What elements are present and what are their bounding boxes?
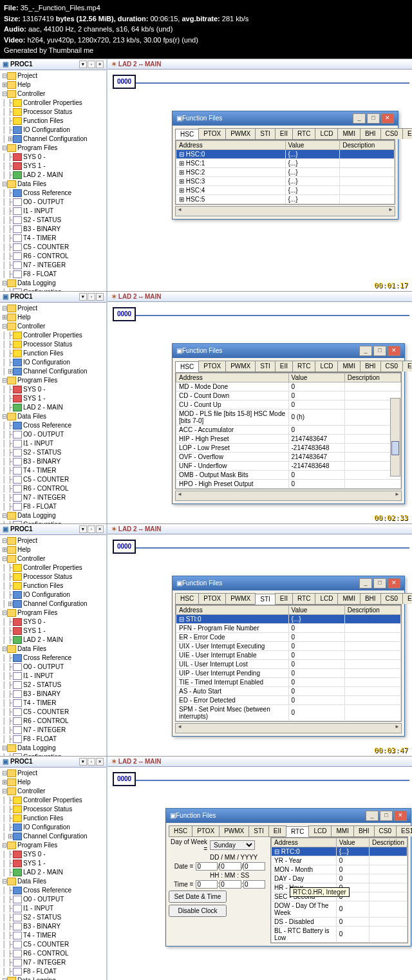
window-titlebar[interactable]: Function Files _ □ ✕ <box>173 344 404 358</box>
project-tree[interactable]: ⊟Project ⊞Help ⊟Controller │├Controller … <box>0 303 106 523</box>
maximize-button[interactable]: □ <box>367 113 380 124</box>
table-row[interactable]: MOD - PLS file [bits 15-8] HSC Mode [bit… <box>176 409 401 425</box>
column-header[interactable]: Value <box>288 373 344 382</box>
vertical-scrollbar[interactable] <box>390 398 400 476</box>
window-titlebar[interactable]: Function Files _ □ ✕ <box>173 111 398 126</box>
ladder-editor[interactable]: LAD 2 -- MAIN 0000 Function Files _ □ ✕ … <box>108 59 412 291</box>
set-datetime-button[interactable]: Set Date & Time <box>169 890 227 903</box>
tab-ptox[interactable]: PTOX <box>198 361 226 372</box>
tab-es1[interactable]: ES1 <box>402 361 412 372</box>
table-row[interactable]: ACC - Accumulator0 <box>176 425 401 434</box>
sidebar-tool-icon[interactable]: ▾ <box>79 758 87 766</box>
tab-ptox[interactable]: PTOX <box>198 128 226 139</box>
column-header[interactable]: Address <box>176 373 289 382</box>
tab-sti[interactable]: STI <box>248 825 269 836</box>
tab-bhi[interactable]: BHI <box>360 361 381 372</box>
table-row[interactable]: ⊞ HSC:4{...} <box>176 185 395 194</box>
tab-lcd[interactable]: LCD <box>308 825 332 836</box>
time-hh[interactable] <box>196 880 218 889</box>
table-row[interactable]: ⊟ RTC:0{...} <box>272 847 407 856</box>
rung-number[interactable]: 0000 <box>113 772 136 786</box>
sidebar-tool-icon[interactable]: ▾ <box>79 525 87 533</box>
table-row[interactable]: AS - Auto Start0 <box>176 686 401 695</box>
project-tree-sidebar[interactable]: PROC1 ▾▫× ⊟Project ⊞Help ⊟Controller │├C… <box>0 757 108 981</box>
tab-es1[interactable]: ES1 <box>402 128 412 139</box>
date-mm[interactable] <box>220 862 241 871</box>
horizontal-scrollbar[interactable] <box>175 723 402 733</box>
horizontal-scrollbar[interactable] <box>175 206 395 216</box>
column-header[interactable]: Address <box>176 605 289 614</box>
tab-eii[interactable]: EII <box>275 128 293 139</box>
dow-select[interactable]: Sunday <box>210 840 255 850</box>
project-tree[interactable]: ⊟Project ⊞Help ⊟Controller │├Controller … <box>0 535 106 756</box>
minimize-button[interactable]: _ <box>353 113 366 124</box>
tab-ptox[interactable]: PTOX <box>198 593 226 604</box>
tab-es1[interactable]: ES1 <box>396 825 412 836</box>
function-files-window[interactable]: Function Files _ □ ✕ HSCPTOXPWMXSTIEIIRT… <box>165 808 411 947</box>
time-mm[interactable] <box>220 880 241 889</box>
table-row[interactable]: ⊞ HSC:1{...} <box>176 158 395 167</box>
data-grid[interactable]: AddressValueDescription⊟ STI:0{...} PFN … <box>175 605 402 722</box>
table-row[interactable]: UIP - User Interrupt Pending0 <box>176 668 401 677</box>
table-row[interactable]: HIP - High Preset2147483647 <box>176 434 401 443</box>
sidebar-close-icon[interactable]: × <box>96 61 104 68</box>
sidebar-close-icon[interactable]: × <box>96 525 104 533</box>
table-row[interactable]: YR - Year0 <box>272 856 407 865</box>
column-header[interactable]: Description <box>369 838 407 847</box>
sidebar-tool-icon[interactable]: ▫ <box>88 758 95 766</box>
tab-cs0[interactable]: CS0 <box>380 361 403 372</box>
tab-rtc[interactable]: RTC <box>286 826 309 837</box>
tab-eii[interactable]: EII <box>275 593 293 604</box>
tab-rtc[interactable]: RTC <box>292 128 315 139</box>
minimize-button[interactable]: _ <box>359 346 372 356</box>
time-ss[interactable] <box>243 880 265 889</box>
table-row[interactable]: CU - Count Up0 <box>176 400 401 409</box>
column-header[interactable]: Description <box>344 373 400 382</box>
data-grid[interactable]: AddressValueDescription⊟ HSC:0{...}⊞ HSC… <box>175 140 395 205</box>
table-row[interactable]: ⊟ STI:0{...} <box>176 614 401 623</box>
sidebar-tool-icon[interactable]: ▫ <box>88 293 95 301</box>
tab-pwmx[interactable]: PWMX <box>225 361 256 372</box>
tab-eii[interactable]: EII <box>268 825 286 836</box>
table-row[interactable]: MON - Month0 <box>272 865 407 874</box>
tab-es1[interactable]: ES1 <box>402 593 412 604</box>
table-row[interactable]: HPO - High Preset Output0 <box>176 479 401 488</box>
table-row[interactable]: TIE - Timed Interrupt Enabled0 <box>176 677 401 686</box>
column-header[interactable]: Description <box>340 140 395 149</box>
ladder-editor[interactable]: LAD 2 -- MAIN 0000 Function Files _ □ ✕ … <box>108 292 412 523</box>
window-titlebar[interactable]: Function Files _ □ ✕ <box>173 576 404 590</box>
tab-bhi[interactable]: BHI <box>353 825 375 836</box>
project-tree-sidebar[interactable]: PROC1 ▾▫× ⊟Project ⊞Help ⊟Controller │├C… <box>0 524 108 756</box>
tab-mmi[interactable]: MMI <box>337 593 360 604</box>
column-header[interactable]: Value <box>336 838 369 847</box>
close-button[interactable]: ✕ <box>388 578 400 589</box>
column-header[interactable]: Address <box>272 838 337 847</box>
close-button[interactable]: ✕ <box>381 113 394 124</box>
sidebar-close-icon[interactable]: × <box>96 758 104 766</box>
function-files-window[interactable]: Function Files _ □ ✕ HSCPTOXPWMXSTIEIIRT… <box>172 111 398 220</box>
date-yyyy[interactable] <box>243 862 265 871</box>
table-row[interactable]: DAY - Day0 <box>272 874 407 883</box>
table-row[interactable]: OMB - Output Mask Bits0 <box>176 470 401 479</box>
tab-rtc[interactable]: RTC <box>292 593 315 604</box>
column-header[interactable]: Address <box>176 140 286 149</box>
maximize-button[interactable]: □ <box>380 811 393 821</box>
tab-mmi[interactable]: MMI <box>331 825 353 836</box>
rung-number[interactable]: 0000 <box>113 75 136 89</box>
table-row[interactable]: LOP - Low Preset-2147483648 <box>176 443 401 452</box>
function-files-window[interactable]: Function Files _ □ ✕ HSCPTOXPWMXSTIEIIRT… <box>172 343 405 504</box>
table-row[interactable]: DOW - Day Of The Week0 <box>272 901 407 917</box>
tab-lcd[interactable]: LCD <box>315 593 338 604</box>
tab-rtc[interactable]: RTC <box>292 361 315 372</box>
tab-mmi[interactable]: MMI <box>337 128 360 139</box>
tab-bhi[interactable]: BHI <box>360 593 381 604</box>
table-row[interactable]: MD - Mode Done0 <box>176 382 401 391</box>
tab-lcd[interactable]: LCD <box>315 128 338 139</box>
table-row[interactable]: ⊞ HSC:3{...} <box>176 176 395 185</box>
data-grid[interactable]: AddressValueDescription MD - Mode Done0 … <box>175 372 402 489</box>
date-dd[interactable] <box>196 862 218 871</box>
table-row[interactable]: DS - Disabled0 <box>272 917 407 926</box>
tab-hsc[interactable]: HSC <box>175 361 199 372</box>
rung-number[interactable]: 0000 <box>113 307 136 321</box>
project-tree-sidebar[interactable]: PROC1 ▾▫× ⊟Project ⊞Help ⊟Controller │├C… <box>0 59 108 291</box>
